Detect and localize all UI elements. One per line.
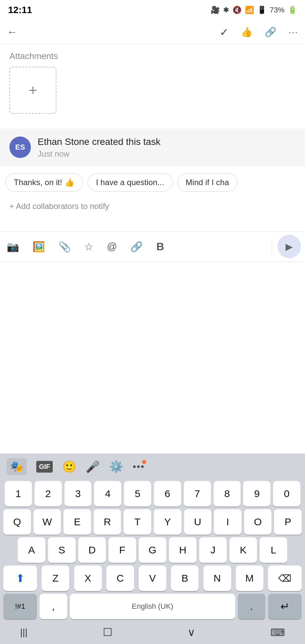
add-attachment-button[interactable]: + — [9, 67, 56, 114]
back-button[interactable]: ← — [7, 26, 17, 38]
link-tool-icon[interactable]: 🔗 — [128, 238, 145, 255]
key-f[interactable]: F — [108, 537, 136, 563]
keyboard-area: 🎭 GIF 🙂 🎤 ⚙️ ••• 1 2 3 4 5 6 7 8 9 0 Q W… — [0, 453, 305, 644]
key-z[interactable]: Z — [42, 566, 69, 591]
comma-key[interactable]: , — [40, 594, 67, 619]
keyboard-topbar: 🎭 GIF 🙂 🎤 ⚙️ ••• — [0, 453, 305, 480]
status-time: 12:11 — [8, 5, 32, 15]
send-icon: ▶ — [286, 241, 293, 252]
space-key[interactable]: English (UK) — [70, 594, 235, 619]
number-row: 1 2 3 4 5 6 7 8 9 0 — [0, 480, 305, 508]
key-k[interactable]: K — [229, 537, 257, 563]
nav-recent-button[interactable]: ∨ — [187, 626, 195, 639]
battery-icon: 🔋 — [288, 6, 297, 14]
input-toolbar-icons: 📷 🖼️ 📎 ☆ @ 🔗 B — [4, 238, 269, 256]
battery-text: 73% — [270, 6, 285, 14]
suggestion-chip-0[interactable]: Thanks, on it! 👍 — [5, 173, 83, 192]
key-x[interactable]: X — [74, 566, 102, 591]
key-v[interactable]: V — [139, 566, 166, 591]
bottom-row: !#1 , English (UK) . ↵ — [0, 592, 305, 621]
wifi-icon: 📶 — [245, 6, 254, 14]
key-e[interactable]: E — [63, 509, 91, 535]
key-j[interactable]: J — [199, 537, 227, 563]
toolbar-right: ✓ 👍 🔗 ··· — [220, 26, 298, 39]
check-button[interactable]: ✓ — [220, 26, 229, 39]
key-4[interactable]: 4 — [94, 481, 121, 506]
key-9[interactable]: 9 — [243, 481, 270, 506]
status-icons: 🎥 ✱ 🔇 📶 📱 73% 🔋 — [211, 6, 297, 14]
activity-section: ES Ethan Stone created this task Just no… — [0, 128, 305, 167]
key-a[interactable]: A — [18, 537, 45, 563]
more-keyboard-icon[interactable]: ••• — [133, 461, 144, 472]
suggestion-chip-1[interactable]: I have a question... — [88, 173, 173, 192]
key-3[interactable]: 3 — [64, 481, 92, 506]
avatar: ES — [9, 137, 31, 158]
symbols-key[interactable]: !#1 — [3, 594, 37, 619]
backspace-key[interactable]: ⌫ — [268, 566, 302, 591]
key-l[interactable]: L — [260, 537, 287, 563]
key-o[interactable]: O — [244, 509, 272, 535]
key-5[interactable]: 5 — [124, 481, 151, 506]
key-0[interactable]: 0 — [273, 481, 300, 506]
key-g[interactable]: G — [139, 537, 166, 563]
key-c[interactable]: C — [106, 566, 134, 591]
input-toolbar: 📷 🖼️ 📎 ☆ @ 🔗 B ▶ — [0, 231, 305, 262]
notification-dot — [142, 460, 146, 464]
key-d[interactable]: D — [78, 537, 106, 563]
key-r[interactable]: R — [94, 509, 121, 535]
system-nav: ||| ☐ ∨ ⌨ — [0, 621, 305, 644]
activity-message: Ethan Stone created this task — [38, 137, 161, 147]
key-m[interactable]: M — [236, 566, 263, 591]
sticker-icon[interactable]: 🎭 — [7, 458, 27, 475]
shift-key[interactable]: ⬆ — [3, 566, 37, 591]
period-key[interactable]: . — [238, 594, 265, 619]
zxcv-row: ⬆ Z X C V B N M ⌫ — [0, 564, 305, 592]
key-8[interactable]: 8 — [214, 481, 241, 506]
key-1[interactable]: 1 — [5, 481, 32, 506]
link-button[interactable]: 🔗 — [265, 26, 276, 38]
key-t[interactable]: T — [124, 509, 151, 535]
key-n[interactable]: N — [204, 566, 231, 591]
send-button[interactable]: ▶ — [277, 235, 301, 258]
asdf-row: A S D F G H J K L — [0, 536, 305, 564]
mention-icon[interactable]: @ — [104, 238, 120, 255]
key-u[interactable]: U — [184, 509, 212, 535]
camera-icon[interactable]: 📷 — [4, 238, 22, 255]
bluetooth-icon: ✱ — [223, 6, 229, 14]
suggestion-chip-2[interactable]: Mind if I cha — [177, 173, 237, 192]
key-6[interactable]: 6 — [154, 481, 181, 506]
nav-keyboard-button[interactable]: ⌨ — [270, 627, 285, 638]
star-icon[interactable]: ☆ — [82, 238, 96, 255]
status-bar: 12:11 🎥 ✱ 🔇 📶 📱 73% 🔋 — [0, 0, 305, 20]
activity-text-group: Ethan Stone created this task Just now — [38, 137, 161, 159]
key-7[interactable]: 7 — [184, 481, 211, 506]
key-h[interactable]: H — [169, 537, 197, 563]
key-y[interactable]: Y — [154, 509, 181, 535]
spacer — [0, 218, 305, 231]
signal-icon: 📱 — [257, 6, 266, 14]
key-s[interactable]: S — [48, 537, 76, 563]
attachment-icon[interactable]: 📎 — [56, 238, 74, 255]
key-2[interactable]: 2 — [35, 481, 62, 506]
more-button[interactable]: ··· — [289, 27, 298, 38]
activity-time: Just now — [38, 149, 161, 159]
enter-key[interactable]: ↵ — [268, 594, 302, 619]
mic-icon[interactable]: 🎤 — [86, 460, 100, 473]
key-i[interactable]: I — [214, 509, 242, 535]
key-w[interactable]: W — [34, 509, 61, 535]
settings-icon[interactable]: ⚙️ — [109, 460, 123, 473]
thumbs-up-button[interactable]: 👍 — [241, 26, 253, 38]
nav-home-button[interactable]: ☐ — [103, 626, 113, 639]
backspace-icon: ⌫ — [278, 573, 292, 584]
video-camera-icon: 🎥 — [211, 6, 220, 14]
nav-back-button[interactable]: ||| — [20, 627, 28, 638]
top-toolbar: ← ✓ 👍 🔗 ··· — [0, 20, 305, 44]
gallery-icon[interactable]: 🖼️ — [30, 238, 48, 255]
add-collaborators-button[interactable]: + Add collaborators to notify — [0, 198, 305, 218]
key-p[interactable]: P — [274, 509, 302, 535]
bold-icon[interactable]: B — [154, 238, 167, 256]
key-q[interactable]: Q — [3, 509, 31, 535]
key-b[interactable]: B — [171, 566, 199, 591]
emoji-icon[interactable]: 🙂 — [62, 460, 76, 473]
gif-key[interactable]: GIF — [36, 461, 53, 473]
